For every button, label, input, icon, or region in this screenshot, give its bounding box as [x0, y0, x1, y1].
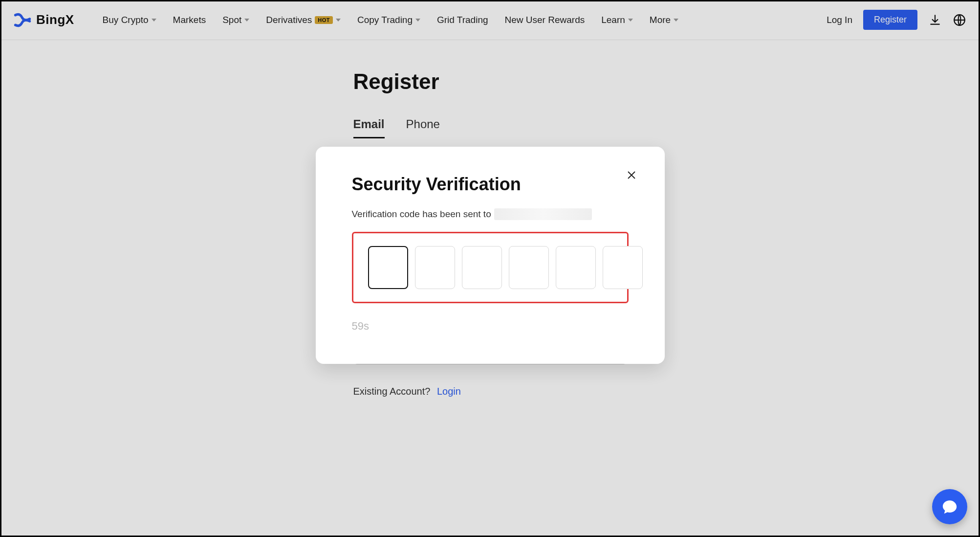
nav-right: Log In Register — [827, 10, 966, 30]
nav-buy-crypto[interactable]: Buy Crypto — [103, 15, 156, 25]
nav-more[interactable]: More — [650, 15, 678, 25]
nav-copy-trading[interactable]: Copy Trading — [357, 15, 420, 25]
brand-logo[interactable]: BingX — [14, 11, 74, 29]
chevron-down-icon — [415, 19, 420, 22]
chevron-down-icon — [336, 19, 341, 22]
chat-fab[interactable] — [932, 489, 967, 524]
existing-account-row: Existing Account? Login — [353, 386, 627, 397]
security-verification-modal: Security Verification Verification code … — [316, 147, 665, 364]
globe-icon[interactable] — [953, 13, 966, 27]
nav-derivatives[interactable]: Derivatives HOT — [266, 15, 341, 25]
sent-to-target-redacted — [494, 208, 592, 220]
code-digit-6[interactable] — [603, 246, 643, 289]
nav-markets[interactable]: Markets — [173, 15, 206, 25]
tab-email[interactable]: Email — [353, 117, 385, 138]
nav-grid-trading[interactable]: Grid Trading — [437, 15, 488, 25]
nav-learn[interactable]: Learn — [601, 15, 633, 25]
code-digit-3[interactable] — [462, 246, 502, 289]
nav-items: Buy Crypto Markets Spot Derivatives HOT … — [103, 15, 679, 25]
code-digit-5[interactable] — [556, 246, 596, 289]
nav-new-user-rewards[interactable]: New User Rewards — [505, 15, 585, 25]
sent-to-row: Verification code has been sent to — [352, 208, 629, 220]
code-digit-4[interactable] — [509, 246, 549, 289]
chevron-down-icon — [628, 19, 633, 22]
close-icon[interactable] — [626, 169, 637, 181]
brand-logo-icon — [14, 11, 31, 29]
login-link-inline[interactable]: Login — [437, 386, 461, 397]
chevron-down-icon — [244, 19, 249, 22]
hot-badge: HOT — [315, 16, 333, 24]
login-link[interactable]: Log In — [827, 15, 852, 25]
resend-countdown: 59s — [352, 320, 629, 333]
download-icon[interactable] — [928, 13, 942, 27]
chevron-down-icon — [152, 19, 156, 22]
code-digit-1[interactable] — [368, 246, 408, 289]
page-title: Register — [353, 69, 627, 94]
top-navbar: BingX Buy Crypto Markets Spot Derivative… — [0, 0, 980, 40]
tab-phone[interactable]: Phone — [406, 117, 440, 138]
chat-icon — [941, 498, 958, 515]
chevron-down-icon — [674, 19, 678, 22]
brand-name: BingX — [36, 12, 74, 27]
existing-account-label: Existing Account? — [353, 386, 431, 397]
sent-to-label: Verification code has been sent to — [352, 209, 491, 220]
register-tabs: Email Phone — [353, 117, 627, 138]
modal-title: Security Verification — [352, 174, 629, 195]
verification-code-frame — [352, 232, 629, 303]
code-digit-2[interactable] — [415, 246, 455, 289]
register-button[interactable]: Register — [863, 10, 917, 30]
nav-spot[interactable]: Spot — [222, 15, 249, 25]
